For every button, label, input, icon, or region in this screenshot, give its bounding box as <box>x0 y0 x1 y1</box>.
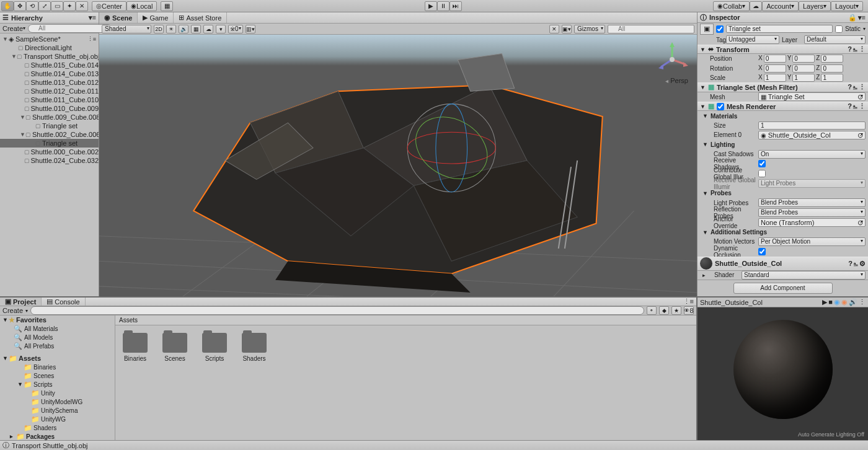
hidden-toggle[interactable]: ✕ <box>549 25 559 33</box>
renderer-enabled[interactable] <box>717 103 724 110</box>
project-tree-item[interactable]: 📁Unity <box>0 389 115 397</box>
pivot-mode[interactable]: ◎Center <box>92 1 126 11</box>
preset-icon[interactable]: ⎁ <box>853 45 857 53</box>
project-tree-item[interactable]: 📁UnitySchema <box>0 406 115 415</box>
layers-menu[interactable]: Layers ▾ <box>799 1 831 11</box>
hierarchy-item[interactable]: ▢Shuttle.013_Cube.012 <box>0 78 99 87</box>
help-icon[interactable]: ? <box>848 260 852 268</box>
hierarchy-item[interactable]: ▢Shuttle.010_Cube.009 <box>0 104 99 113</box>
scene-search[interactable] <box>608 25 694 33</box>
help-icon[interactable]: ? <box>848 45 852 53</box>
panel-menu-icon[interactable]: ⋮≡ <box>683 298 694 306</box>
project-tree-item[interactable]: ▸📁Packages <box>0 432 115 441</box>
preview-footer[interactable]: Auto Generate Lighting Off <box>698 431 868 440</box>
reflection-dropdown[interactable]: Blend Probes <box>758 208 866 217</box>
shading-mode[interactable]: Shaded <box>102 25 151 33</box>
lightprobes-dropdown[interactable]: Blend Probes <box>758 198 866 207</box>
menu-icon[interactable]: ⋮ <box>859 298 866 306</box>
color-icon[interactable]: ◉ <box>841 298 848 306</box>
lock-icon[interactable]: 🔒 <box>848 14 857 22</box>
stop-icon[interactable]: ■ <box>828 298 833 306</box>
expand-arrow-icon[interactable]: ▼ <box>2 36 9 42</box>
scale-tool[interactable]: ⤢ <box>38 1 51 11</box>
meshfilter-header[interactable]: ▼▦ Triangle Set (Mesh Filter) ?⎁⋮ <box>698 82 868 92</box>
navpoint-icon[interactable]: ◉ <box>834 298 840 306</box>
hierarchy-item[interactable]: ▢Shuttle.024_Cube.032 <box>0 156 99 165</box>
project-tree-item[interactable]: 📁UnityWG <box>0 415 115 423</box>
breadcrumb[interactable]: Assets <box>115 315 696 325</box>
hierarchy-item[interactable]: ▼▢Shuttle.009_Cube.008 <box>0 113 99 121</box>
favorites-header[interactable]: ▼★Favorites <box>0 315 115 324</box>
help-icon[interactable]: ? <box>848 102 852 110</box>
gear-icon[interactable]: ⚙ <box>859 260 866 268</box>
gizmos-menu[interactable]: Gizmos <box>574 25 605 33</box>
expand-arrow-icon[interactable]: ▼ <box>11 53 17 60</box>
handle-mode[interactable]: ◉Local <box>126 1 157 11</box>
account-menu[interactable]: Account ▾ <box>762 1 799 11</box>
anchor-field[interactable]: None (Transform)⊙ <box>758 218 866 227</box>
active-checkbox[interactable] <box>716 25 724 33</box>
shader-dropdown[interactable]: Standard <box>742 271 866 280</box>
asset-folder[interactable]: Scenes <box>162 333 187 362</box>
rect-tool[interactable]: ▭ <box>51 1 63 11</box>
scene-menu-icon[interactable]: ⋮≡ <box>87 36 96 42</box>
mode-2d[interactable]: 2D <box>154 25 164 33</box>
asset-folder[interactable]: Scripts <box>202 333 227 362</box>
light-toggle[interactable]: ☀ <box>166 25 176 33</box>
materials-size[interactable] <box>758 121 866 130</box>
hierarchy-search[interactable] <box>28 24 112 33</box>
contrib-gi-checkbox[interactable] <box>758 170 766 177</box>
collab-menu[interactable]: ◉ Collab ▾ <box>713 1 750 11</box>
inspector-tab[interactable]: ⓘInspector🔒▾≡ <box>698 12 868 23</box>
preset-icon[interactable]: ⎁ <box>854 260 858 268</box>
audio-toggle[interactable]: 🔊 <box>179 25 188 33</box>
pos-z[interactable] <box>821 55 843 63</box>
create-button[interactable]: Create <box>2 25 23 32</box>
tab-project[interactable]: ▣Project <box>0 298 42 306</box>
tab-scene[interactable]: ◉Scene <box>99 12 138 23</box>
static-checkbox[interactable] <box>835 25 843 33</box>
hierarchy-item[interactable]: ▼▢Transport Shuttle_obj.obj <box>0 52 99 61</box>
motion-dropdown[interactable]: Per Object Motion <box>758 237 866 246</box>
fx-toggle[interactable]: ▦ <box>191 25 201 33</box>
project-create[interactable]: Create <box>2 307 23 314</box>
hierarchy-item[interactable]: ▢Shuttle.011_Cube.010 <box>0 95 99 104</box>
play-button[interactable]: ▶ <box>425 1 437 11</box>
project-tree-item[interactable]: ▼📁Scripts <box>0 380 115 389</box>
favorite-item[interactable]: 🔍All Models <box>0 333 115 342</box>
hierarchy-item[interactable]: ▢DirectionalLight <box>0 43 99 52</box>
move-tool[interactable]: ✥ <box>14 1 26 11</box>
hierarchy-item[interactable]: ▼▢Shuttle.002_Cube.006 <box>0 130 99 139</box>
camera-toggle[interactable]: ▾ <box>216 25 226 33</box>
element0-field[interactable]: ◉ Shuttle_Outside_Col⊙ <box>758 131 866 139</box>
hierarchy-item[interactable]: ▢Shuttle.000_Cube.002 <box>0 148 99 156</box>
pos-y[interactable] <box>792 55 815 63</box>
project-search[interactable] <box>30 306 644 315</box>
asset-folder[interactable]: Shaders <box>242 333 267 362</box>
menu-icon[interactable]: ⋮ <box>859 45 866 53</box>
orientation-gizmo[interactable] <box>653 41 691 78</box>
snap-tool[interactable]: ▦ <box>161 1 173 11</box>
scale-y[interactable] <box>792 74 815 82</box>
panel-menu-icon[interactable]: ▾≡ <box>858 14 866 22</box>
menu-icon[interactable]: ⋮ <box>859 83 866 91</box>
material-header[interactable]: Shuttle_Outside_Col ?⎁⚙ <box>698 257 868 271</box>
tab-console[interactable]: ▤Console <box>42 298 85 306</box>
custom-tool[interactable]: ✕ <box>76 1 88 11</box>
scale-z[interactable] <box>821 74 843 82</box>
play-icon[interactable]: ▶ <box>822 298 827 306</box>
panel-menu-icon[interactable]: ▾≡ <box>89 14 96 22</box>
filter-star[interactable]: ⚬ <box>647 306 657 315</box>
step-button[interactable]: ⏭ <box>450 1 462 11</box>
hand-tool[interactable]: ✋ <box>1 1 14 11</box>
rot-x[interactable] <box>764 64 786 73</box>
filter-type[interactable]: ◆ <box>659 306 669 315</box>
favorite-item[interactable]: 🔍All Prefabs <box>0 342 115 350</box>
hierarchy-item[interactable]: ▢Triangle set <box>0 139 99 148</box>
asset-folder[interactable]: Binaries <box>123 333 148 362</box>
object-name-field[interactable] <box>726 25 833 33</box>
project-tree-item[interactable]: 📁Shaders <box>0 423 115 432</box>
hierarchy-tab[interactable]: ☰Hierarchy▾≡ <box>0 12 99 24</box>
add-component-button[interactable]: Add Component <box>733 283 833 294</box>
pos-x[interactable] <box>764 55 786 63</box>
